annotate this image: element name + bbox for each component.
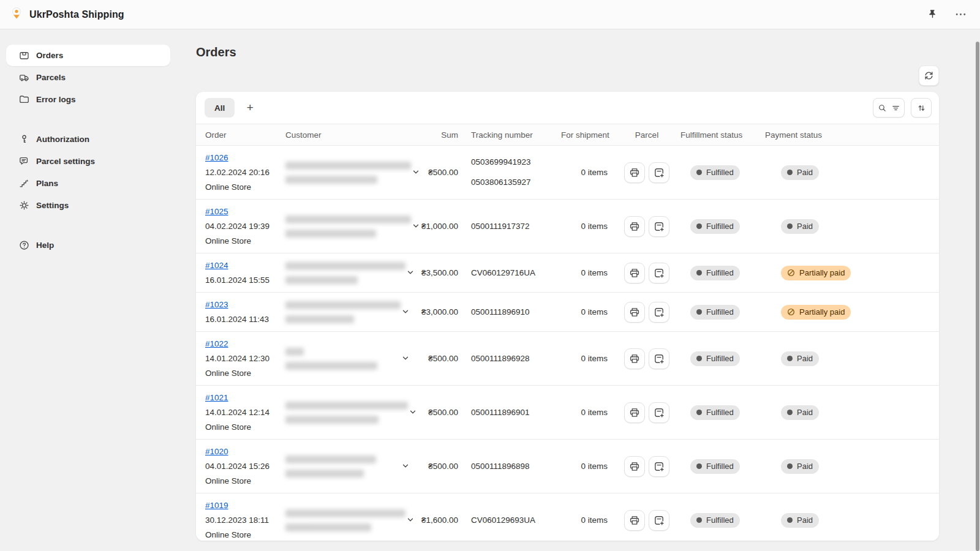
order-link[interactable]: #1026 [205,153,228,162]
expand-customer-button[interactable] [401,307,412,318]
customer-name-redacted [285,216,411,223]
for-shipment-count: 0 items [561,354,616,363]
create-parcel-button[interactable] [649,263,669,283]
payment-status-badge: Paid [781,513,819,528]
status-dot-icon [787,517,793,523]
tracking-number: 0500111896928 [471,353,561,365]
for-shipment-count: 0 items [561,515,616,525]
order-link[interactable]: #1021 [205,393,228,402]
key-icon [18,133,30,145]
expand-customer-button[interactable] [401,353,412,364]
print-button[interactable] [624,162,645,183]
tracking-numbers: 05036999419230503806135927 [463,156,561,189]
chevron-down-icon [401,353,410,363]
customer-phone-redacted [285,416,379,424]
table-row[interactable]: #1021 14.01.2024 12:14 Online Store ₴500… [196,385,939,439]
tab-all[interactable]: All [205,98,235,118]
print-icon [628,267,641,279]
page-title: Orders [196,45,236,59]
table-row[interactable]: #1025 04.02.2024 19:39 Online Store ₴1,0… [196,199,939,253]
refresh-button[interactable] [919,66,939,86]
ellipsis-icon[interactable] [953,7,968,22]
print-button[interactable] [624,510,645,531]
sidebar-item-label: Parcels [36,73,66,82]
create-parcel-button[interactable] [649,162,669,183]
table-row[interactable]: #1023 16.01.2024 11:43 ₴3,000.00 0500111… [196,292,939,331]
order-date: 30.12.2023 18:11 [205,513,285,528]
tracking-number: CV060129693UA [471,514,561,527]
gear-icon [18,200,30,211]
print-button[interactable] [624,302,645,323]
print-button[interactable] [624,348,645,369]
print-button[interactable] [624,216,645,237]
sidebar-item-label: Error logs [36,95,76,104]
order-sum: ₴500.00 [417,408,463,417]
filter-icon [891,103,901,113]
search-icon [877,103,888,113]
order-sum: ₴3,500.00 [417,268,463,277]
sidebar-item-error-logs[interactable]: Error logs [6,89,170,110]
create-parcel-icon [653,407,665,419]
sidebar-item-parcel-settings[interactable]: Parcel settings [6,151,170,172]
order-sum: ₴1,000.00 [417,222,463,231]
create-parcel-button[interactable] [649,510,669,531]
parcels-icon [18,72,30,83]
print-button[interactable] [624,263,645,283]
pin-icon[interactable] [925,7,940,22]
create-parcel-icon [653,220,665,233]
table-row[interactable]: #1020 04.01.2024 15:26 Online Store ₴500… [196,439,939,493]
sidebar-item-parcels[interactable]: Parcels [6,67,170,88]
order-sum: ₴1,600.00 [417,515,463,525]
table-row[interactable]: #1019 30.12.2023 18:11 Online Store ₴1,6… [196,493,939,541]
add-view-button[interactable]: + [239,98,260,118]
create-parcel-button[interactable] [649,402,669,423]
order-sum: ₴500.00 [417,354,463,363]
order-channel: Online Store [205,180,285,195]
create-parcel-button[interactable] [649,302,669,323]
sidebar-item-plans[interactable]: Plans [6,173,170,194]
chevron-down-icon [401,307,410,317]
sidebar-item-help[interactable]: Help [6,234,170,256]
tracking-numbers: CV060129693UA [463,514,561,527]
sidebar-item-orders[interactable]: Orders [6,45,170,66]
app-title: UkrPoshta Shipping [29,9,124,20]
col-header-tracking: Tracking number [463,130,561,140]
print-button[interactable] [624,456,645,477]
for-shipment-count: 0 items [561,222,616,231]
order-channel: Online Store [205,366,285,381]
order-sum: ₴500.00 [417,168,463,177]
create-parcel-button[interactable] [649,348,669,369]
table-row[interactable]: #1026 12.02.2024 20:16 Online Store ₴500… [196,146,939,199]
create-parcel-icon [653,306,665,318]
order-link[interactable]: #1023 [205,300,228,309]
customer-name-redacted [285,509,405,517]
order-link[interactable]: #1025 [205,207,228,216]
print-button[interactable] [624,402,645,423]
create-parcel-button[interactable] [649,456,669,477]
tracking-number: 0500111896898 [471,460,561,473]
sidebar-item-settings[interactable]: Settings [6,195,170,216]
order-link[interactable]: #1019 [205,501,228,510]
customer-phone-redacted [285,362,377,370]
main-content: Orders All + [179,29,980,551]
order-link[interactable]: #1024 [205,261,228,270]
order-link[interactable]: #1020 [205,447,228,456]
expand-customer-button[interactable] [405,515,415,526]
expand-customer-button[interactable] [401,461,412,472]
search-filter-button[interactable] [873,98,905,118]
create-parcel-icon [653,267,665,279]
create-parcel-button[interactable] [649,216,669,237]
table-row[interactable]: #1024 16.01.2024 15:55 ₴3,500.00 CV06012… [196,253,939,292]
table-row[interactable]: #1022 14.01.2024 12:30 Online Store ₴500… [196,331,939,385]
expand-customer-button[interactable] [405,268,415,279]
app-logo-icon [10,7,23,23]
fulfillment-status-badge: Fulfilled [690,513,740,528]
tracking-number: CV060129716UA [471,267,561,279]
sort-button[interactable] [911,98,932,118]
page-scrollbar-thumb[interactable] [976,42,979,551]
create-parcel-icon [653,514,665,527]
order-link[interactable]: #1022 [205,339,228,348]
print-icon [628,353,641,365]
sidebar-item-authorization[interactable]: Authorization [6,129,170,150]
col-header-shipment: For shipment [561,130,616,140]
